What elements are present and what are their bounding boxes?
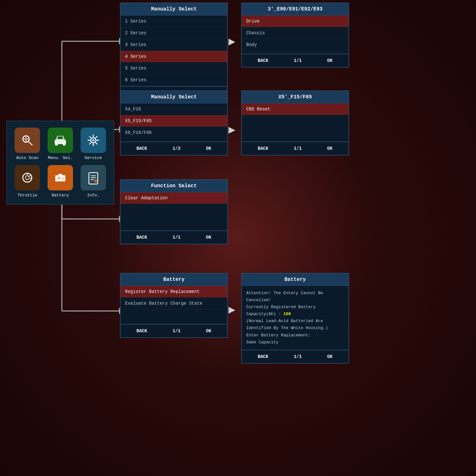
- info-icon: ✓: [81, 165, 106, 190]
- panel7-title: Battery: [242, 274, 348, 286]
- panel1-content: 1 Series 2 Series 3 Series 4 Series 5 Se…: [121, 16, 227, 86]
- panel3-footer: BACK 1/2 OK: [121, 142, 227, 155]
- panel2-back[interactable]: BACK: [254, 57, 272, 64]
- panel7-back[interactable]: BACK: [254, 353, 272, 360]
- panel2-ok[interactable]: OK: [323, 57, 336, 64]
- svg-line-27: [96, 142, 97, 144]
- panel-battery-info: Battery Attention! The Entery Cannot Be …: [241, 273, 349, 364]
- panel-x5-f15f85: X5'_F15/F85 CBS Reset BACK 1/1 OK: [241, 90, 349, 155]
- throttle-label: Throttle: [17, 193, 37, 198]
- panel6-title: Battery: [121, 274, 227, 286]
- panel-e90-series: 3'_E90/E91/E92/E93 Drive Chassis Body BA…: [241, 3, 349, 68]
- panel4-title: X5'_F15/F85: [242, 91, 348, 103]
- battery-info-line3: (Normal Lead-Acid Batteried Are Identifi…: [246, 319, 328, 330]
- panel2-item-2[interactable]: Body: [242, 39, 348, 51]
- panel3-ok[interactable]: OK: [202, 145, 215, 152]
- svg-line-13: [28, 141, 32, 145]
- panel6-item-0[interactable]: Register Battery Replacement: [121, 286, 227, 298]
- battery-info-line2: Currently Registered Battery Capacity(Ah…: [246, 305, 315, 316]
- panel6-content: Register Battery Replacement Evaluate Ba…: [121, 286, 227, 324]
- battery-item[interactable]: + - Battery: [46, 165, 75, 198]
- panel5-footer: BACK 1/1 OK: [121, 230, 227, 244]
- panel2-content: Drive Chassis Body: [242, 16, 348, 54]
- svg-line-28: [96, 136, 97, 138]
- svg-point-17: [55, 142, 58, 146]
- svg-rect-37: [60, 174, 62, 175]
- panel1-item-1[interactable]: 2 Series: [121, 27, 227, 39]
- svg-text:-: -: [62, 176, 64, 181]
- panel-function-select: Function Select Clear Adaptation BACK 1/…: [120, 179, 228, 244]
- panel1-item-2[interactable]: 3 Series: [121, 39, 227, 51]
- panel3-page: 1/2: [169, 145, 184, 152]
- svg-text:+: +: [58, 176, 60, 181]
- service-icon: [81, 128, 106, 153]
- panel2-page: 1/1: [290, 57, 306, 64]
- svg-rect-36: [58, 174, 60, 175]
- panel7-footer: BACK 1/1 OK: [242, 350, 348, 363]
- panel5-page: 1/1: [169, 234, 184, 241]
- icon-panel: Auto Scan Manu. Sel.: [6, 121, 114, 205]
- battery-icon: + -: [48, 165, 73, 190]
- panel5-back[interactable]: BACK: [133, 234, 151, 241]
- svg-point-21: [92, 139, 94, 141]
- battery-capacity-value: 100: [283, 312, 291, 316]
- svg-rect-19: [58, 136, 63, 139]
- panel6-item-1[interactable]: Evaluate Battery Charge State: [121, 298, 227, 309]
- panel4-ok[interactable]: OK: [323, 145, 336, 152]
- panel-manually-select-1: Manually Select 1 Series 2 Series 3 Seri…: [120, 3, 228, 100]
- panel1-item-3[interactable]: 4 Series: [121, 51, 227, 63]
- panel1-item-4[interactable]: 5 Series: [121, 63, 227, 74]
- svg-point-31: [25, 176, 29, 180]
- service-label: Service: [84, 155, 102, 160]
- panel1-item-0[interactable]: 1 Series: [121, 16, 227, 27]
- svg-point-18: [63, 142, 66, 146]
- panel4-back[interactable]: BACK: [254, 145, 272, 152]
- manu-sel-icon: [48, 128, 73, 153]
- panel1-title: Manually Select: [121, 3, 227, 16]
- panel2-item-1[interactable]: Chassis: [242, 27, 348, 39]
- panel7-ok[interactable]: OK: [323, 353, 336, 360]
- panel2-title: 3'_E90/E91/E92/E93: [242, 3, 348, 16]
- panel5-title: Function Select: [121, 180, 227, 192]
- panel4-footer: BACK 1/1 OK: [242, 142, 348, 155]
- panel3-item-1[interactable]: X5_F15/F85: [121, 115, 227, 127]
- arrow-2: ▶: [228, 125, 235, 136]
- panel6-ok[interactable]: OK: [202, 327, 215, 335]
- panel3-item-0[interactable]: X4_F26: [121, 103, 227, 115]
- battery-info-line5: Same Capacity: [246, 340, 278, 345]
- manu-sel-item[interactable]: Manu. Sel.: [46, 128, 75, 160]
- panel6-page: 1/1: [169, 327, 184, 335]
- auto-scan-label: Auto Scan: [16, 155, 38, 160]
- throttle-item[interactable]: Throttle: [13, 165, 42, 198]
- panel4-item-0[interactable]: CBS Reset: [242, 103, 348, 115]
- arrow-1: ▶: [228, 36, 235, 48]
- panel1-item-5[interactable]: 6 Series: [121, 74, 227, 86]
- info-item[interactable]: ✓ Info.: [79, 165, 107, 198]
- panel3-item-2[interactable]: X6_F16/F86: [121, 127, 227, 139]
- panel-manually-select-2: Manually Select X4_F26 X5_F15/F85 X6_F16…: [120, 90, 228, 155]
- panel5-item-0[interactable]: Clear Adaptation: [121, 192, 227, 204]
- panel3-back[interactable]: BACK: [133, 145, 151, 152]
- panel2-footer: BACK 1/1 OK: [242, 54, 348, 67]
- battery-info-line4: Enter Battery Raplacement:: [246, 333, 311, 338]
- panel4-content: CBS Reset: [242, 103, 348, 142]
- throttle-icon: [15, 165, 40, 190]
- panel5-ok[interactable]: OK: [202, 234, 215, 241]
- panel5-content: Clear Adaptation: [121, 192, 227, 230]
- panel3-content: X4_F26 X5_F15/F85 X6_F16/F86: [121, 103, 227, 142]
- svg-line-26: [89, 136, 91, 138]
- arrow-3: ▶: [228, 305, 235, 316]
- panel7-info: Attention! The Entery Cannot Be Cancelle…: [242, 286, 348, 350]
- battery-info-line1: Attention! The Entery Cannot Be Cancelle…: [246, 291, 323, 302]
- auto-scan-item[interactable]: Auto Scan: [13, 128, 42, 160]
- auto-scan-icon: [15, 128, 40, 153]
- panel6-back[interactable]: BACK: [133, 327, 151, 335]
- info-label: Info.: [87, 193, 99, 198]
- panel2-item-0[interactable]: Drive: [242, 16, 348, 27]
- panel7-page: 1/1: [290, 353, 306, 360]
- panel-battery-register: Battery Register Battery Replacement Eva…: [120, 273, 228, 338]
- panel3-title: Manually Select: [121, 91, 227, 103]
- panel6-footer: BACK 1/1 OK: [121, 324, 227, 337]
- battery-label: Battery: [52, 193, 69, 198]
- service-item[interactable]: Service: [79, 128, 107, 160]
